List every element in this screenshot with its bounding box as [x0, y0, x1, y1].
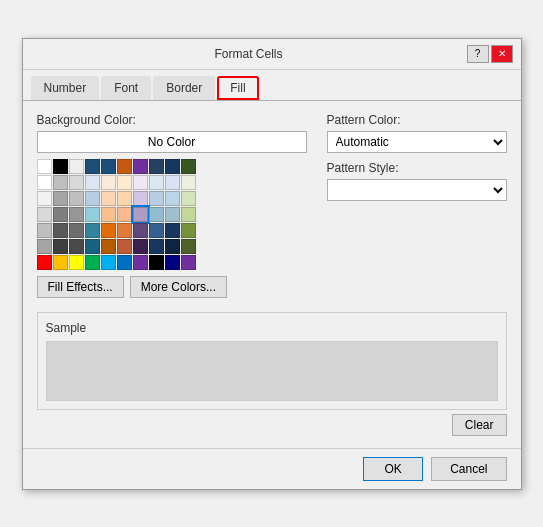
color-cell[interactable]: [149, 223, 164, 238]
color-cell[interactable]: [117, 223, 132, 238]
color-cell[interactable]: [69, 175, 84, 190]
no-color-button[interactable]: No Color: [37, 131, 307, 153]
color-cell[interactable]: [149, 239, 164, 254]
more-colors-button[interactable]: More Colors...: [130, 276, 227, 298]
pattern-color-select[interactable]: Automatic: [327, 131, 507, 153]
color-cell[interactable]: [53, 159, 68, 174]
tab-fill[interactable]: Fill: [217, 76, 258, 100]
color-cell[interactable]: [133, 159, 148, 174]
dialog-title: Format Cells: [31, 47, 467, 61]
color-cell[interactable]: [69, 191, 84, 206]
color-cell[interactable]: [85, 207, 100, 222]
color-cell[interactable]: [133, 239, 148, 254]
color-cell[interactable]: [53, 207, 68, 222]
tab-font[interactable]: Font: [101, 76, 151, 100]
color-cell[interactable]: [69, 223, 84, 238]
color-cell[interactable]: [117, 207, 132, 222]
color-cell[interactable]: [149, 175, 164, 190]
sample-section: Sample: [37, 312, 507, 410]
color-cell[interactable]: [53, 175, 68, 190]
color-cell[interactable]: [181, 191, 196, 206]
color-cell[interactable]: [101, 159, 116, 174]
color-cell[interactable]: [101, 223, 116, 238]
color-cell[interactable]: [85, 175, 100, 190]
pattern-style-label: Pattern Style:: [327, 161, 507, 175]
color-cell[interactable]: [149, 207, 164, 222]
color-cell[interactable]: [69, 255, 84, 270]
color-grid: [37, 159, 307, 270]
sample-box: [46, 341, 498, 401]
help-button[interactable]: ?: [467, 45, 489, 63]
color-cell[interactable]: [85, 255, 100, 270]
color-cell[interactable]: [117, 175, 132, 190]
color-cell[interactable]: [133, 207, 148, 222]
ok-button[interactable]: OK: [363, 457, 423, 481]
close-button[interactable]: ✕: [491, 45, 513, 63]
color-cell[interactable]: [101, 175, 116, 190]
color-cell[interactable]: [165, 207, 180, 222]
format-cells-dialog: Format Cells ? ✕ Number Font Border Fill…: [22, 38, 522, 490]
color-cell[interactable]: [85, 191, 100, 206]
color-cell[interactable]: [37, 223, 52, 238]
color-row-4: [37, 223, 307, 238]
color-cell[interactable]: [181, 175, 196, 190]
color-cell[interactable]: [181, 159, 196, 174]
fill-effects-button[interactable]: Fill Effects...: [37, 276, 124, 298]
color-cell[interactable]: [37, 255, 52, 270]
color-cell[interactable]: [117, 191, 132, 206]
color-cell[interactable]: [37, 191, 52, 206]
color-row-1: [37, 175, 307, 190]
color-cell[interactable]: [53, 239, 68, 254]
color-cell[interactable]: [133, 255, 148, 270]
title-bar-buttons: ? ✕: [467, 45, 513, 63]
color-cell[interactable]: [85, 223, 100, 238]
color-cell[interactable]: [37, 239, 52, 254]
color-cell[interactable]: [165, 175, 180, 190]
color-row-5: [37, 239, 307, 254]
clear-button[interactable]: Clear: [452, 414, 507, 436]
color-row-3: [37, 207, 307, 222]
color-cell[interactable]: [37, 207, 52, 222]
color-cell[interactable]: [69, 207, 84, 222]
color-cell[interactable]: [133, 191, 148, 206]
tab-number[interactable]: Number: [31, 76, 100, 100]
color-row-6: [37, 255, 307, 270]
pattern-style-select[interactable]: [327, 179, 507, 201]
color-cell[interactable]: [117, 239, 132, 254]
color-cell[interactable]: [149, 159, 164, 174]
color-cell[interactable]: [149, 191, 164, 206]
color-cell[interactable]: [101, 191, 116, 206]
color-cell[interactable]: [53, 223, 68, 238]
cancel-button[interactable]: Cancel: [431, 457, 506, 481]
color-cell[interactable]: [53, 191, 68, 206]
color-cell[interactable]: [133, 175, 148, 190]
color-cell[interactable]: [165, 239, 180, 254]
color-cell[interactable]: [101, 207, 116, 222]
color-cell[interactable]: [165, 191, 180, 206]
color-cell[interactable]: [165, 159, 180, 174]
color-cell[interactable]: [117, 255, 132, 270]
color-cell[interactable]: [181, 223, 196, 238]
color-cell[interactable]: [117, 159, 132, 174]
right-col: Pattern Color: Automatic Pattern Style:: [327, 113, 507, 298]
color-cell[interactable]: [133, 223, 148, 238]
color-cell[interactable]: [181, 255, 196, 270]
color-cell[interactable]: [101, 239, 116, 254]
color-cell[interactable]: [37, 175, 52, 190]
color-cell[interactable]: [37, 159, 52, 174]
color-cell[interactable]: [165, 255, 180, 270]
pattern-style-section: Pattern Style:: [327, 161, 507, 201]
color-cell[interactable]: [69, 159, 84, 174]
color-cell[interactable]: [165, 223, 180, 238]
clear-area: Clear: [37, 410, 507, 436]
color-cell[interactable]: [53, 255, 68, 270]
tab-border[interactable]: Border: [153, 76, 215, 100]
color-cell[interactable]: [181, 207, 196, 222]
color-cell[interactable]: [69, 239, 84, 254]
color-cell[interactable]: [149, 255, 164, 270]
color-cell[interactable]: [85, 159, 100, 174]
color-cell[interactable]: [181, 239, 196, 254]
two-col-layout: Background Color: No Color Fill Effects.…: [37, 113, 507, 298]
color-cell[interactable]: [101, 255, 116, 270]
color-cell[interactable]: [85, 239, 100, 254]
